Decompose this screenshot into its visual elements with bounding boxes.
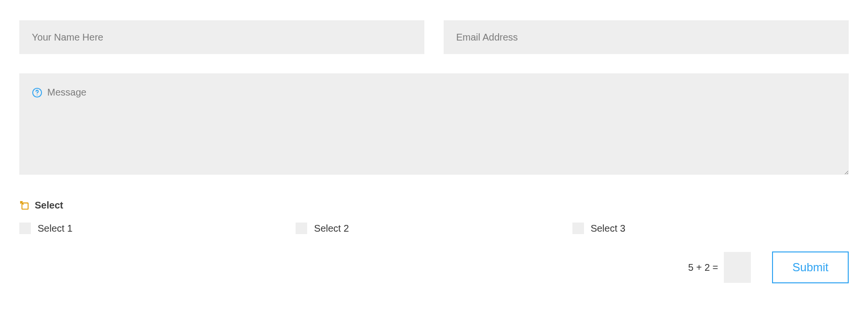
name-email-row	[19, 20, 849, 54]
option-label: Select 3	[591, 223, 625, 234]
select-option-2[interactable]: Select 2	[296, 223, 572, 234]
message-field: Message	[19, 73, 849, 175]
option-label: Select 1	[38, 223, 72, 234]
captcha-input[interactable]	[724, 252, 751, 283]
contact-form: Message Select Select 1 Select 2	[0, 0, 868, 304]
message-textarea[interactable]	[19, 73, 849, 175]
checkbox-box	[572, 223, 584, 234]
captcha-question: 5 + 2 =	[688, 262, 718, 273]
option-label: Select 2	[314, 223, 349, 234]
select-group: Select Select 1 Select 2 Select 3	[19, 200, 849, 234]
captcha: 5 + 2 =	[688, 252, 751, 283]
checkbox-box	[296, 223, 307, 234]
select-title: Select	[35, 200, 63, 211]
select-option-3[interactable]: Select 3	[572, 223, 849, 234]
submit-button[interactable]: Submit	[772, 251, 849, 283]
form-footer: 5 + 2 = Submit	[19, 251, 849, 283]
select-option-1[interactable]: Select 1	[19, 223, 296, 234]
select-heading: Select	[19, 200, 849, 211]
checkbox-box	[19, 223, 31, 234]
name-input[interactable]	[19, 20, 424, 54]
select-options-row: Select 1 Select 2 Select 3	[19, 223, 849, 234]
email-input[interactable]	[444, 20, 849, 54]
select-icon	[19, 200, 30, 211]
